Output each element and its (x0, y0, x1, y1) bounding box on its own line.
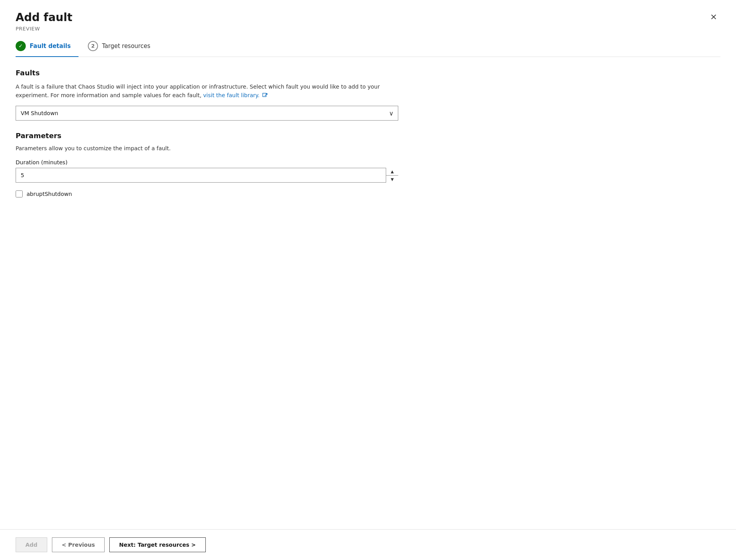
fault-select-wrapper: VM Shutdown CPU Pressure Memory Pressure… (16, 106, 398, 121)
title-block: Add fault PREVIEW (16, 11, 73, 32)
tabs-container: ✓ Fault details 2 Target resources (16, 36, 720, 57)
fault-library-link[interactable]: visit the fault library. (203, 92, 268, 98)
abrupt-shutdown-checkbox[interactable] (16, 190, 23, 197)
duration-input-wrapper: ▲ ▼ (16, 168, 398, 183)
dialog-title: Add fault (16, 11, 73, 24)
duration-label: Duration (minutes) (16, 159, 720, 165)
duration-decrement-button[interactable]: ▼ (386, 176, 398, 183)
close-button[interactable]: × (707, 11, 720, 23)
tab-icon-target-resources: 2 (88, 41, 98, 51)
add-fault-dialog: Add fault PREVIEW × ✓ Fault details 2 Ta… (0, 0, 736, 560)
dialog-header: Add fault PREVIEW × (0, 0, 736, 36)
fault-select[interactable]: VM Shutdown CPU Pressure Memory Pressure… (16, 106, 398, 121)
faults-description-text: A fault is a failure that Chaos Studio w… (16, 84, 380, 98)
parameters-section: Parameters Parameters allow you to custo… (16, 132, 720, 197)
previous-button[interactable]: < Previous (52, 537, 105, 552)
dialog-footer: Add < Previous Next: Target resources > (0, 529, 736, 560)
tab-label-fault-details: Fault details (30, 43, 71, 50)
faults-heading: Faults (16, 69, 720, 77)
faults-section: Faults A fault is a failure that Chaos S… (16, 69, 720, 121)
next-button[interactable]: Next: Target resources > (109, 537, 206, 552)
dialog-content: ✓ Fault details 2 Target resources Fault… (0, 36, 736, 529)
duration-field: Duration (minutes) ▲ ▼ (16, 159, 720, 183)
tab-target-resources[interactable]: 2 Target resources (88, 36, 158, 57)
external-link-icon (262, 93, 268, 98)
parameters-heading: Parameters (16, 132, 720, 140)
abrupt-shutdown-row: abruptShutdown (16, 190, 720, 197)
faults-description: A fault is a failure that Chaos Studio w… (16, 82, 398, 100)
tab-fault-details[interactable]: ✓ Fault details (16, 36, 78, 57)
dialog-subtitle: PREVIEW (16, 26, 73, 32)
add-button[interactable]: Add (16, 537, 47, 552)
abrupt-shutdown-label[interactable]: abruptShutdown (27, 191, 72, 197)
parameters-description: Parameters allow you to customize the im… (16, 145, 720, 151)
duration-spinner: ▲ ▼ (386, 168, 398, 183)
duration-input[interactable] (16, 168, 398, 183)
tab-label-target-resources: Target resources (102, 43, 150, 50)
tab-icon-fault-details: ✓ (16, 41, 26, 51)
duration-increment-button[interactable]: ▲ (386, 168, 398, 176)
